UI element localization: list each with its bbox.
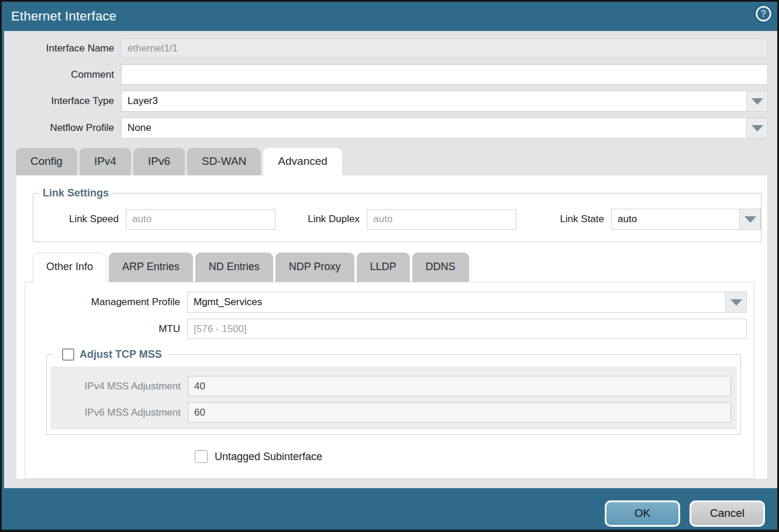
link-state-dropdown[interactable]: auto <box>611 209 761 230</box>
dialog-titlebar: Ethernet Interface ? <box>4 2 777 31</box>
mtu-row: MTU <box>32 319 747 339</box>
link-state-group: Link State auto <box>553 209 761 230</box>
interface-name-label: Interface Name <box>4 43 121 54</box>
tab-advanced[interactable]: Advanced <box>263 148 342 175</box>
untagged-subinterface-row: Untagged Subinterface <box>195 450 747 463</box>
link-duplex-label: Link Duplex <box>302 213 367 225</box>
main-tab-bar: Config IPv4 IPv6 SD-WAN Advanced <box>4 148 777 175</box>
comment-row: Comment <box>4 64 768 85</box>
adjust-tcp-mss-fieldset: Adjust TCP MSS IPv4 MSS Adjustment IPv6 … <box>46 348 741 435</box>
tab-ipv6[interactable]: IPv6 <box>133 148 185 175</box>
link-state-dropdown-button[interactable] <box>739 209 760 229</box>
link-settings-row: Link Speed Link Duplex Link State auto <box>33 209 761 230</box>
chevron-down-icon <box>744 216 756 223</box>
interface-type-row: Interface Type Layer3 <box>4 91 768 112</box>
chevron-down-icon <box>752 125 763 132</box>
adjust-tcp-mss-legend-wrap: Adjust TCP MSS <box>53 348 169 361</box>
ipv6-mss-label: IPv6 MSS Adjustment <box>56 407 188 419</box>
link-state-value: auto <box>612 209 739 229</box>
tab-ndp-proxy[interactable]: NDP Proxy <box>275 253 354 282</box>
comment-field[interactable] <box>121 64 768 85</box>
link-speed-field[interactable] <box>126 209 275 230</box>
untagged-subinterface-checkbox[interactable] <box>195 450 208 463</box>
ipv4-mss-field <box>188 376 731 396</box>
netflow-profile-row: Netflow Profile None <box>4 118 768 139</box>
netflow-profile-dropdown[interactable]: None <box>121 118 768 139</box>
management-profile-dropdown-button[interactable] <box>725 292 746 312</box>
tab-nd-entries[interactable]: ND Entries <box>195 253 273 282</box>
tab-sdwan[interactable]: SD-WAN <box>187 148 261 175</box>
link-speed-group: Link Speed <box>50 209 275 230</box>
management-profile-row: Management Profile Mgmt_Services <box>32 292 747 313</box>
mtu-field[interactable] <box>187 319 747 339</box>
screenshot-frame: Ethernet Interface ? Interface Name Comm… <box>0 0 779 532</box>
link-duplex-field[interactable] <box>367 209 516 230</box>
top-form: Interface Name Comment Interface Type La… <box>4 31 777 146</box>
netflow-profile-label: Netflow Profile <box>4 122 121 134</box>
tab-lldp[interactable]: LLDP <box>357 253 410 282</box>
mtu-label: MTU <box>32 323 187 335</box>
tab-arp-entries[interactable]: ARP Entries <box>109 253 193 282</box>
link-settings-fieldset: Link Settings Link Speed Link Duplex Lin… <box>33 187 761 242</box>
ipv4-mss-row: IPv4 MSS Adjustment <box>56 376 731 396</box>
advanced-tab-panel: Link Settings Link Speed Link Duplex Lin… <box>16 175 768 479</box>
help-circle-icon[interactable]: ? <box>756 6 771 22</box>
tab-config[interactable]: Config <box>16 148 77 175</box>
ok-button[interactable]: OK <box>605 500 680 527</box>
chevron-down-icon <box>752 98 763 105</box>
mss-disabled-box: IPv4 MSS Adjustment IPv6 MSS Adjustment <box>50 367 737 430</box>
interface-type-dropdown[interactable]: Layer3 <box>121 91 768 112</box>
other-info-panel: Management Profile Mgmt_Services MTU Adj… <box>25 282 754 479</box>
ipv6-mss-field <box>188 402 731 423</box>
tab-other-info[interactable]: Other Info <box>33 253 106 282</box>
interface-type-dropdown-button[interactable] <box>746 91 767 111</box>
link-state-label: Link State <box>553 213 611 225</box>
ipv4-mss-label: IPv4 MSS Adjustment <box>56 381 188 392</box>
ipv6-mss-row: IPv6 MSS Adjustment <box>56 402 731 423</box>
adjust-tcp-mss-checkbox[interactable] <box>62 348 74 361</box>
management-profile-dropdown[interactable]: Mgmt_Services <box>187 292 747 313</box>
cancel-button[interactable]: Cancel <box>690 500 765 527</box>
tab-ipv4[interactable]: IPv4 <box>80 148 131 175</box>
untagged-subinterface-label: Untagged Subinterface <box>215 451 322 463</box>
netflow-dropdown-button[interactable] <box>746 118 767 138</box>
dialog-title: Ethernet Interface <box>11 9 116 24</box>
dialog-footer: OK Cancel <box>4 488 777 530</box>
interface-type-value: Layer3 <box>122 91 746 111</box>
link-settings-legend: Link Settings <box>39 187 112 199</box>
link-speed-label: Link Speed <box>50 213 126 225</box>
chevron-down-icon <box>730 299 742 306</box>
sub-tab-bar: Other Info ARP Entries ND Entries NDP Pr… <box>25 253 759 282</box>
comment-label: Comment <box>4 69 121 81</box>
adjust-tcp-mss-label: Adjust TCP MSS <box>80 348 162 361</box>
tab-ddns[interactable]: DDNS <box>412 253 469 282</box>
interface-name-field <box>121 38 768 58</box>
interface-name-row: Interface Name <box>4 38 768 58</box>
netflow-profile-value: None <box>122 118 746 138</box>
management-profile-value: Mgmt_Services <box>188 292 725 312</box>
management-profile-label: Management Profile <box>32 296 187 308</box>
link-duplex-group: Link Duplex <box>302 209 516 230</box>
ethernet-interface-dialog: Ethernet Interface ? Interface Name Comm… <box>2 2 777 530</box>
interface-type-label: Interface Type <box>4 95 121 107</box>
